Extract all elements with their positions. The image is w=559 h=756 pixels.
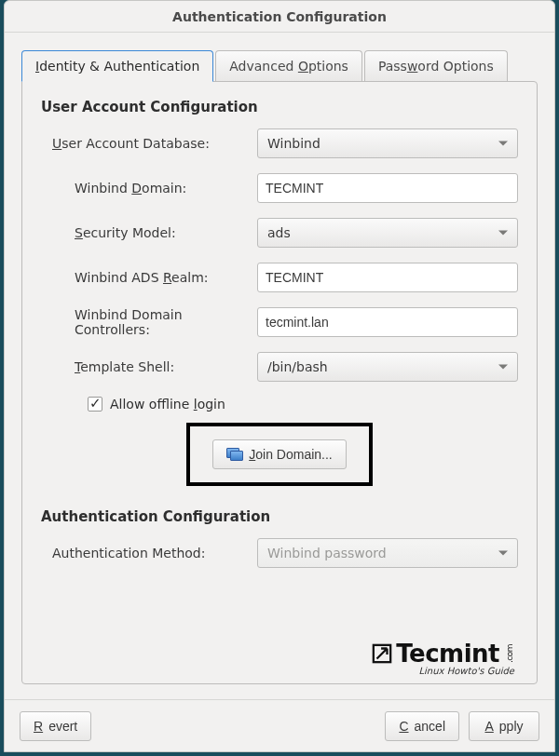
watermark-brand-text: Tecmint	[396, 640, 499, 668]
tab-identity-authentication[interactable]: Identity & Authentication	[21, 50, 213, 82]
content-area: Identity & Authentication Advanced Optio…	[5, 33, 554, 699]
select-value: /bin/bash	[267, 359, 328, 374]
row-security-model: Security Model: ads	[41, 218, 518, 248]
revert-button[interactable]: Revert	[20, 711, 91, 741]
input-ads-realm[interactable]	[257, 263, 518, 292]
label-template-shell: Template Shell:	[75, 359, 257, 374]
row-winbind-domain: Winbind Domain:	[41, 173, 518, 203]
tab-bar: Identity & Authentication Advanced Optio…	[21, 46, 538, 81]
row-authentication-method: Authentication Method: Winbind password	[41, 538, 518, 568]
row-template-shell: Template Shell: /bin/bash	[41, 352, 518, 382]
select-value: ads	[267, 225, 291, 240]
row-user-account-database: User Account Database: Winbind	[41, 128, 518, 158]
label-security-model: Security Model:	[75, 225, 257, 240]
tab-label: dentity & Authentication	[39, 59, 199, 74]
watermark-suffix: .com	[505, 644, 514, 663]
auth-config-window: Authentication Configuration Identity & …	[4, 0, 555, 752]
select-authentication-method: Winbind password	[257, 538, 518, 568]
arrow-box-icon	[372, 643, 392, 664]
row-domain-controllers: Winbind Domain Controllers:	[41, 307, 518, 337]
select-user-account-database[interactable]: Winbind	[257, 128, 518, 158]
select-security-model[interactable]: ads	[257, 218, 518, 248]
checkbox-allow-offline-login[interactable]	[88, 397, 102, 412]
label-allow-offline-login: Allow offline login	[110, 397, 225, 412]
input-domain-controllers[interactable]	[257, 307, 518, 337]
label-ads-realm: Winbind ADS Realm:	[75, 270, 257, 285]
watermark-brand: Tecmint .com	[372, 640, 514, 668]
tab-advanced-options[interactable]: Advanced Options	[215, 50, 362, 81]
row-ads-realm: Winbind ADS Realm:	[41, 263, 518, 292]
dialog-footer: Revert Cancel Apply	[5, 699, 554, 751]
select-template-shell[interactable]: /bin/bash	[257, 352, 518, 382]
section-authentication-configuration: Authentication Configuration	[41, 508, 518, 525]
join-domain-highlight: Join Domain...	[186, 423, 373, 486]
cancel-button[interactable]: Cancel	[385, 711, 459, 741]
watermark: Tecmint .com Linux Howto's Guide	[372, 640, 514, 676]
label-user-account-database: User Account Database:	[52, 136, 257, 151]
join-domain-button[interactable]: Join Domain...	[212, 439, 346, 469]
label-winbind-domain: Winbind Domain:	[75, 181, 257, 196]
label-authentication-method: Authentication Method:	[52, 546, 257, 560]
window-title: Authentication Configuration	[5, 1, 554, 33]
input-winbind-domain[interactable]	[257, 173, 518, 203]
label-domain-controllers: Winbind Domain Controllers:	[75, 307, 257, 337]
row-allow-offline-login: Allow offline login	[41, 397, 518, 412]
select-value: Winbind password	[267, 546, 387, 560]
select-value: Winbind	[267, 136, 320, 151]
computers-icon	[226, 448, 243, 461]
section-user-account-config: User Account Configuration	[41, 99, 518, 115]
tab-password-options[interactable]: Password Options	[364, 50, 508, 81]
section-auth-config-wrap: Authentication Configuration Authenticat…	[41, 508, 518, 568]
tab-panel: User Account Configuration User Account …	[21, 81, 538, 684]
apply-button[interactable]: Apply	[469, 711, 539, 741]
